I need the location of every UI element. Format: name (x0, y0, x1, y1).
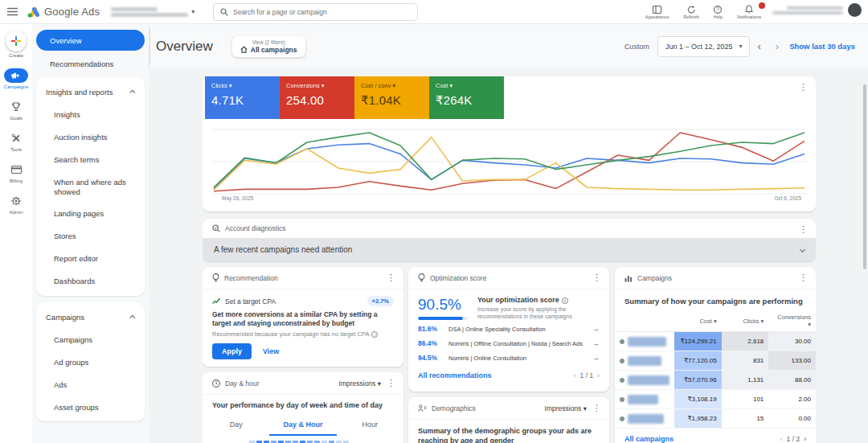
page-next-icon[interactable]: › (804, 435, 806, 443)
cost-cell: ₹124,299.21 (674, 332, 722, 351)
account-diagnostics-card: Account diagnostics ⋮ A few recent campa… (203, 219, 816, 261)
demographics-metric-dropdown[interactable]: Impressions ▾ (545, 404, 587, 412)
notifications-button[interactable]: 1 Notifications (737, 5, 761, 19)
nav-item-search-terms[interactable]: Search terms (36, 149, 145, 171)
avatar[interactable] (848, 3, 862, 17)
refresh-button[interactable]: Refresh (683, 6, 698, 19)
apply-button[interactable]: Apply (212, 343, 252, 359)
help-button[interactable]: ? Help (714, 6, 723, 19)
nav-item-recommendations[interactable]: Recommendations (36, 51, 145, 77)
all-campaigns-link[interactable]: All campaigns (624, 435, 674, 443)
metric-card-clicks[interactable]: Clicks ▾ 4.71K (205, 76, 280, 119)
nav-group-header-insights[interactable]: Insights and reports (36, 80, 145, 104)
day-hour-menu[interactable]: ⋮ (387, 379, 395, 388)
all-recommendations-link[interactable]: All recommendations (418, 371, 492, 379)
nav-item-ads[interactable]: Ads (36, 374, 145, 396)
view-button[interactable]: View (263, 347, 279, 355)
global-search[interactable] (213, 3, 418, 21)
campaigns-card-menu[interactable]: ⋮ (799, 273, 808, 282)
cards-grid: Recommendation ⋮ Set a target CPA +2.7% … (203, 267, 816, 443)
table-row[interactable]: ₹3,108.19 101 2.00 (615, 390, 816, 409)
redacted-campaign-name (628, 414, 664, 424)
nav-item-asset-groups[interactable]: Asset groups (36, 396, 145, 419)
nav-item-ad-groups[interactable]: Ad groups (36, 351, 145, 374)
status-dot (620, 359, 624, 363)
metric-card-conversions[interactable]: Conversions ▾ 254.00 (280, 76, 354, 119)
table-row[interactable]: ₹77,120.05 831 133.00 (615, 351, 816, 371)
next-range-button[interactable]: › (768, 40, 786, 52)
nav-item-campaigns[interactable]: Campaigns (36, 329, 145, 351)
appearance-button[interactable]: Appearance (645, 6, 669, 19)
rail-item-goals[interactable]: Goals (4, 100, 28, 121)
rail-item-billing[interactable]: Billing (4, 162, 28, 183)
conversions-cell: 133.00 (768, 351, 816, 371)
nav-item-report-editor[interactable]: Report editor (36, 248, 145, 270)
tab-day[interactable]: Day (203, 416, 269, 436)
table-row[interactable]: ₹57,070.96 1,131 88.00 (615, 371, 816, 390)
recommendation-card: Recommendation ⋮ Set a target CPA +2.7% … (203, 267, 403, 367)
page-next-icon[interactable]: › (597, 371, 600, 379)
account-switcher[interactable]: ▾ (111, 7, 194, 17)
page-prev-icon[interactable]: ‹ (574, 371, 576, 379)
rail-label-goals: Goals (10, 116, 23, 121)
day-hour-heatmap-preview[interactable] (203, 436, 403, 443)
nav-item-insights[interactable]: Insights (36, 104, 145, 126)
recommendation-menu[interactable]: ⋮ (387, 273, 395, 282)
nav-item-auction-insights[interactable]: Auction insights (36, 126, 145, 149)
nav-group-campaigns: Campaigns Campaigns Ad groups Ads Asset … (36, 302, 145, 422)
nav-item-when-where-ads-showed[interactable]: When and where ads showed (36, 171, 145, 203)
search-input[interactable] (233, 8, 411, 16)
go-arrow-icon[interactable]: → (592, 339, 600, 347)
date-range-picker[interactable]: Jun 1 – Oct 12, 2025 ▾ (657, 36, 751, 57)
optimization-menu[interactable]: ⋮ (592, 273, 601, 282)
show-last-30-days-link[interactable]: Show last 30 days (789, 42, 855, 51)
chart-card-menu[interactable]: ⋮ (799, 83, 808, 92)
goals-trophy-icon (11, 102, 21, 112)
menu-icon[interactable] (0, 7, 24, 16)
column-cost[interactable]: Cost ▾ (674, 310, 722, 332)
tab-day-and-hour[interactable]: Day & Hour (269, 416, 336, 436)
tab-hour[interactable]: Hour (337, 416, 403, 436)
rail-item-campaigns[interactable]: Campaigns (4, 68, 28, 89)
nav-item-landing-pages[interactable]: Landing pages (36, 203, 145, 225)
view-filter-chip[interactable]: View (2 filters) All campaigns (232, 36, 305, 57)
overview-chart-area[interactable] (211, 125, 808, 199)
column-conversions[interactable]: Conversions ▾ (768, 310, 816, 332)
table-row[interactable]: ₹1,958.23 15 0.00 (615, 409, 816, 429)
dashboard-scroll-area: Clicks ▾ 4.71K Conversions ▾ 254.00 Cost… (203, 68, 816, 443)
refresh-icon (687, 6, 696, 14)
metric-card-cost-per-conv[interactable]: Cost / conv ▾ ₹1.04K (354, 76, 429, 119)
profile-area[interactable] (772, 3, 862, 17)
campaign-score: 94.5% (418, 354, 448, 362)
go-arrow-icon[interactable]: → (592, 354, 600, 362)
rail-item-admin[interactable]: Admin (4, 194, 28, 215)
status-dot (620, 416, 624, 421)
google-ads-logo-icon (27, 6, 40, 18)
optimization-row[interactable]: 86.4% Nomiris | Offline Consultation | N… (408, 336, 609, 351)
vertical-scrollbar[interactable] (863, 84, 866, 269)
search-icon (220, 8, 228, 16)
info-icon[interactable]: i (562, 297, 568, 304)
table-row[interactable]: ₹124,299.21 2,618 30.00 (615, 332, 816, 351)
metric-card-cost[interactable]: Cost ▾ ₹264K (429, 76, 504, 119)
nav-item-overview[interactable]: Overview (36, 30, 145, 51)
nav-group-header-campaigns[interactable]: Campaigns (36, 306, 145, 329)
go-arrow-icon[interactable]: → (592, 325, 600, 333)
left-rail: Create Campaigns Goals Tools Billing Adm… (0, 24, 32, 443)
page-prev-icon[interactable]: ‹ (780, 435, 783, 443)
nav-item-dashboards[interactable]: Dashboards (36, 270, 145, 293)
column-clicks[interactable]: Clicks ▾ (722, 310, 769, 332)
create-button[interactable]: Create (6, 31, 27, 58)
day-hour-metric-dropdown[interactable]: Impressions ▾ (339, 379, 381, 388)
demographics-menu[interactable]: ⋮ (592, 404, 601, 412)
date-range-value: Jun 1 – Oct 12, 2025 (665, 43, 733, 51)
optimization-row[interactable]: 94.5% Nomiris | Online Consultation → (408, 351, 609, 365)
prev-range-button[interactable]: ‹ (750, 40, 768, 52)
info-icon[interactable]: i (371, 331, 378, 338)
diagnostics-menu[interactable]: ⋮ (799, 225, 808, 234)
diagnostics-alert[interactable]: A few recent campaigns need attention (203, 238, 816, 261)
redacted-campaign-name (628, 395, 658, 404)
optimization-row[interactable]: 81.6% DSA | Online Speciality Consultati… (408, 322, 609, 336)
rail-item-tools[interactable]: Tools (4, 131, 28, 152)
nav-item-stores[interactable]: Stores (36, 225, 145, 248)
